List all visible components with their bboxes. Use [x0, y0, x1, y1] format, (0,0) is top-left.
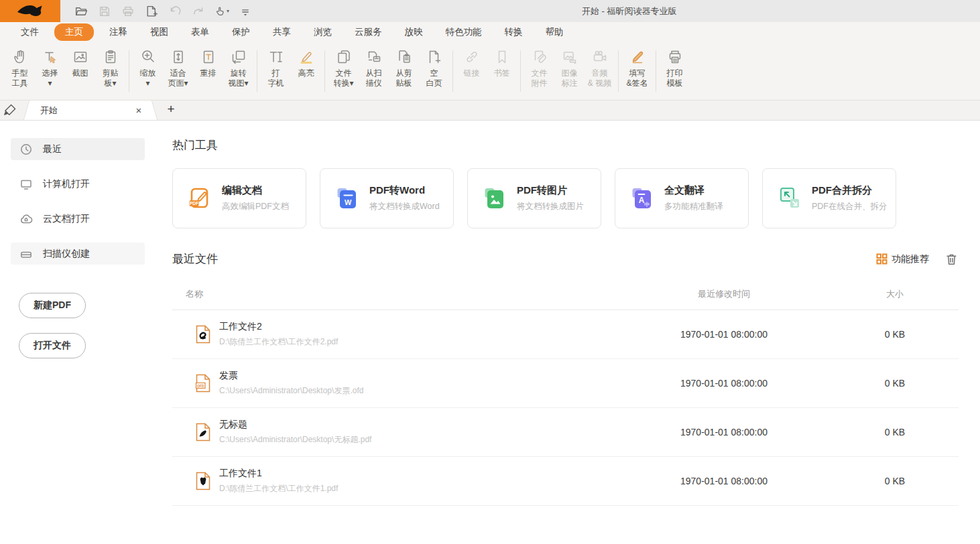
- card-translate[interactable]: A 中 全文翻译 多功能精准翻译: [615, 168, 749, 228]
- bookmark-button[interactable]: 书签: [487, 42, 517, 78]
- ribbon-separator: [618, 50, 619, 92]
- card-title: 全文翻译: [664, 184, 723, 197]
- menu-slideshow[interactable]: 放映: [393, 23, 434, 41]
- file-path: C:\Users\Administrator\Desktop\发票.ofd: [219, 385, 363, 397]
- file-name: 无标题: [219, 419, 371, 431]
- cloud-icon: [19, 212, 33, 226]
- print-icon[interactable]: [121, 4, 135, 19]
- feature-recommend-button[interactable]: 功能推荐: [876, 253, 929, 265]
- file-path: D:\陈倩兰工作文档\工作文件1.pdf: [219, 483, 338, 494]
- card-title: PDF转图片: [517, 184, 584, 197]
- ribbon-separator: [257, 50, 257, 92]
- zoom-button[interactable]: 缩放▾: [133, 42, 163, 88]
- recent-files-table: 名称 最近修改时间 大小 工作文件2 D:\陈倩兰工作文档\工作文件2.pd: [172, 283, 959, 506]
- merge-split-icon: [776, 185, 803, 212]
- from-scanner-icon: [365, 48, 383, 66]
- file-name: 工作文件1: [219, 468, 338, 480]
- menu-home[interactable]: 主页: [54, 23, 94, 41]
- file-row-1[interactable]: 工作文件2 D:\陈倩兰工作文档\工作文件2.pdf 1970-01-01 08…: [172, 310, 959, 359]
- menu-protect[interactable]: 保护: [221, 23, 261, 41]
- save-icon[interactable]: [97, 4, 112, 19]
- menu-cloud[interactable]: 云服务: [343, 23, 393, 41]
- menu-convert[interactable]: 转换: [493, 23, 534, 41]
- menu-browse[interactable]: 浏览: [302, 23, 343, 41]
- file-row-3[interactable]: 无标题 C:\Users\Administrator\Desktop\无标题.p…: [172, 408, 959, 457]
- new-pdf-button[interactable]: 新建PDF: [19, 293, 86, 318]
- computer-icon: [19, 178, 33, 191]
- sidebar-item-open-computer[interactable]: 计算机打开: [11, 173, 145, 195]
- reflow-button[interactable]: 重排: [193, 42, 223, 78]
- menu-share[interactable]: 共享: [261, 23, 302, 41]
- card-subtitle: 将文档转换成图片: [517, 201, 584, 212]
- card-title: 编辑文档: [222, 184, 289, 197]
- menu-bar: 文件 主页 注释 视图 表单 保护 共享 浏览 云服务 放映 特色功能 转换 帮…: [0, 22, 980, 42]
- fit-page-button[interactable]: 适合页面▾: [163, 42, 193, 88]
- redo-icon[interactable]: [191, 4, 206, 19]
- select-tool-button[interactable]: 选择▾: [35, 42, 65, 88]
- sidebar-item-open-cloud[interactable]: 云文档打开: [11, 208, 145, 230]
- ribbon-separator: [129, 50, 129, 92]
- from-scanner-button[interactable]: 从扫描仪: [359, 42, 389, 88]
- tab-close-icon[interactable]: ×: [133, 105, 145, 116]
- menu-form[interactable]: 表单: [180, 23, 221, 41]
- pencil-icon[interactable]: [0, 100, 20, 120]
- tab-start[interactable]: 开始 ×: [31, 100, 150, 120]
- highlight-button[interactable]: 高亮: [291, 42, 321, 78]
- link-button[interactable]: 链接: [456, 42, 487, 78]
- hand-tool-icon: [11, 48, 29, 66]
- new-tab-icon[interactable]: +: [162, 100, 180, 120]
- pdf-to-image-icon: [481, 185, 508, 212]
- title-bar: ▾ 开始 - 福昕阅读器专业版: [0, 0, 980, 22]
- card-pdf-to-word[interactable]: W PDF转Word 将文档转换成Word: [320, 168, 454, 228]
- card-merge-split[interactable]: PDF合并拆分 PDF在线合并、拆分: [762, 168, 896, 228]
- menu-comment[interactable]: 注释: [98, 23, 139, 41]
- clipboard-button[interactable]: 剪贴板▾: [95, 42, 125, 88]
- image-annotation-button[interactable]: 图像标注: [554, 42, 585, 88]
- typewriter-button[interactable]: 打字机: [261, 42, 291, 88]
- from-clipboard-button[interactable]: 从剪贴板: [389, 42, 419, 88]
- rotate-view-icon: [230, 48, 247, 66]
- card-edit-document[interactable]: PDF 编辑文档 高效编辑PDF文档: [172, 168, 306, 228]
- menu-help[interactable]: 帮助: [534, 23, 575, 41]
- customize-toolbar-icon[interactable]: [238, 4, 253, 19]
- snapshot-button[interactable]: 截图: [65, 42, 95, 78]
- hand-mode-icon[interactable]: ▾: [215, 4, 229, 19]
- rotate-view-button[interactable]: 旋转视图▾: [223, 42, 253, 88]
- menu-featured[interactable]: 特色功能: [434, 23, 493, 41]
- menu-file[interactable]: 文件: [9, 23, 50, 41]
- start-page: 最近 计算机打开 云文档打开 扫描仪创建 新建PDF 打开文件 热门工具: [0, 121, 980, 544]
- card-pdf-to-image[interactable]: PDF转图片 将文档转换成图片: [467, 168, 601, 228]
- new-document-icon[interactable]: [144, 4, 159, 19]
- print-template-button[interactable]: 打印模板: [660, 42, 690, 88]
- card-subtitle: PDF在线合并、拆分: [812, 201, 887, 212]
- sidebar-item-create-scanner[interactable]: 扫描仪创建: [11, 243, 145, 265]
- column-name[interactable]: 名称: [172, 288, 617, 300]
- svg-text:OFD: OFD: [197, 384, 204, 388]
- file-attachment-button[interactable]: 文件附件: [524, 42, 554, 88]
- menu-view[interactable]: 视图: [139, 23, 180, 41]
- file-row-4[interactable]: 工作文件1 D:\陈倩兰工作文档\工作文件1.pdf 1970-01-01 08…: [172, 457, 959, 506]
- blank-page-button[interactable]: 空白页: [419, 42, 449, 88]
- fill-sign-button[interactable]: 填写&签名: [622, 42, 652, 88]
- file-row-2[interactable]: OFD 发票 C:\Users\Administrator\Desktop\发票…: [172, 359, 959, 408]
- open-file-button[interactable]: 打开文件: [19, 333, 86, 358]
- ribbon-separator: [520, 50, 521, 92]
- ribbon-toolbar: 手型工具 选择▾ 截图 剪贴板▾ 缩放▾ 适合页面▾: [0, 42, 980, 100]
- column-size[interactable]: 大小: [831, 288, 959, 300]
- main-content: 热门工具 PDF 编辑文档 高效编辑PDF文档: [156, 121, 980, 544]
- open-file-icon[interactable]: [74, 4, 88, 19]
- sidebar-item-recent[interactable]: 最近: [11, 138, 145, 160]
- ribbon-group-comment: 打字机 高亮: [259, 42, 323, 100]
- fit-page-icon: [170, 48, 187, 66]
- hand-tool-button[interactable]: 手型工具: [5, 42, 35, 88]
- undo-icon[interactable]: [168, 4, 182, 19]
- file-convert-button[interactable]: 文件转换▾: [328, 42, 359, 88]
- translate-icon: A 中: [629, 185, 656, 212]
- trash-icon: [945, 253, 958, 265]
- ribbon-group-insert: 文件附件 图像标注 音频& 视频: [522, 42, 617, 100]
- column-modified[interactable]: 最近修改时间: [617, 288, 831, 300]
- clear-recent-button[interactable]: [944, 252, 959, 267]
- app-logo[interactable]: [0, 0, 60, 22]
- ribbon-separator: [656, 50, 656, 92]
- audio-video-button[interactable]: 音频& 视频: [585, 42, 615, 88]
